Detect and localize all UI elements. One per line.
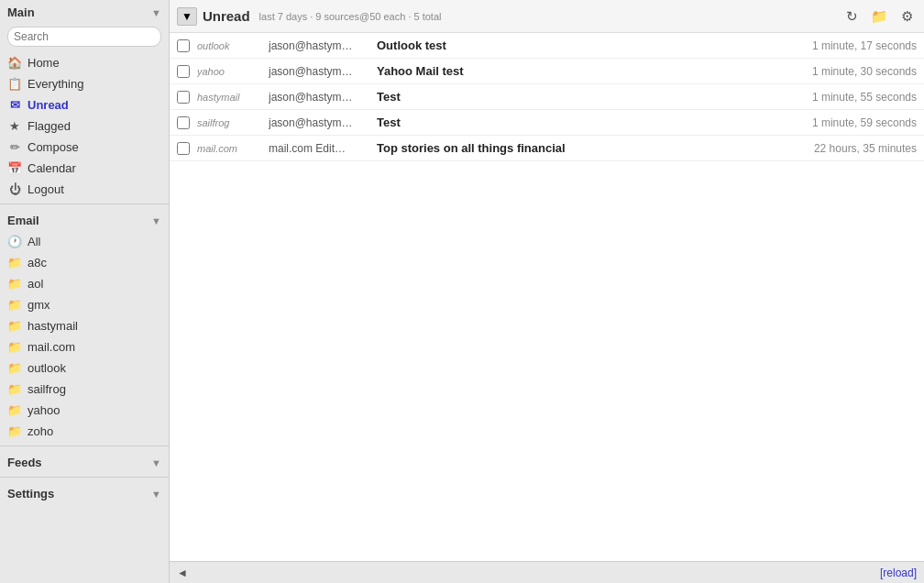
- sidebar-item-a8c-label: a8c: [28, 256, 47, 270]
- page-title: Unread: [203, 8, 250, 24]
- email-time-3: 1 minute, 59 seconds: [812, 116, 917, 129]
- topbar: ▼ Unread last 7 days · 9 sources@50 each…: [170, 0, 924, 33]
- sidebar-item-calendar[interactable]: 📅 Calendar: [0, 158, 169, 179]
- table-row[interactable]: yahoo jason@hastym… Yahoo Mail test 1 mi…: [170, 59, 924, 84]
- back-arrow-button[interactable]: ◄: [177, 566, 188, 579]
- sidebar-item-yahoo-label: yahoo: [28, 403, 60, 417]
- sidebar-item-zoho[interactable]: 📁 zoho: [0, 421, 169, 442]
- sailfrog-folder-icon: 📁: [7, 382, 22, 396]
- sidebar-item-mailcom[interactable]: 📁 mail.com: [0, 336, 169, 358]
- email-from-4: mail.com Edit…: [269, 142, 369, 155]
- calendar-icon: 📅: [7, 161, 22, 175]
- sidebar-item-unread-label: Unread: [28, 98, 69, 112]
- flagged-icon: ★: [7, 119, 22, 133]
- sidebar-item-home-label: Home: [28, 56, 60, 70]
- table-row[interactable]: mail.com mail.com Edit… Top stories on a…: [170, 136, 924, 161]
- main-section-arrow: ▼: [151, 7, 161, 18]
- folder-icon[interactable]: 📁: [867, 6, 892, 27]
- sidebar-item-all-label: All: [28, 235, 40, 248]
- view-dropdown-button[interactable]: ▼: [177, 7, 197, 26]
- sidebar-item-logout-label: Logout: [28, 182, 64, 196]
- sidebar-item-compose-label: Compose: [28, 140, 79, 154]
- logout-icon: ⏻: [7, 182, 22, 196]
- home-icon: 🏠: [7, 56, 22, 70]
- sidebar-item-logout[interactable]: ⏻ Logout: [0, 179, 169, 200]
- zoho-folder-icon: 📁: [7, 424, 22, 438]
- email-checkbox-4[interactable]: [177, 142, 190, 155]
- email-source-1: yahoo: [197, 66, 261, 77]
- email-time-4: 22 hours, 35 minutes: [814, 142, 917, 155]
- feeds-section-label: Feeds: [7, 456, 42, 469]
- email-source-3: sailfrog: [197, 117, 261, 128]
- mailcom-folder-icon: 📁: [7, 340, 22, 354]
- sidebar-item-a8c[interactable]: 📁 a8c: [0, 252, 169, 273]
- email-checkbox-1[interactable]: [177, 65, 190, 78]
- sidebar-item-sailfrog-label: sailfrog: [28, 382, 66, 396]
- sidebar-item-home[interactable]: 🏠 Home: [0, 52, 169, 73]
- email-section-arrow: ▼: [151, 215, 161, 226]
- email-subject-2: Test: [377, 90, 805, 104]
- sidebar-item-aol[interactable]: 📁 aol: [0, 273, 169, 294]
- sidebar-item-everything[interactable]: 📋 Everything: [0, 73, 169, 94]
- email-time-0: 1 minute, 17 seconds: [812, 39, 917, 52]
- refresh-icon[interactable]: ↻: [842, 6, 862, 27]
- email-source-2: hastymail: [197, 92, 261, 103]
- email-time-1: 1 minute, 30 seconds: [812, 65, 917, 78]
- gmx-folder-icon: 📁: [7, 298, 22, 312]
- settings-section-header[interactable]: Settings ▼: [0, 481, 169, 504]
- email-source-4: mail.com: [197, 143, 261, 154]
- sidebar-item-mailcom-label: mail.com: [28, 340, 75, 354]
- email-checkbox-2[interactable]: [177, 91, 190, 104]
- divider-1: [0, 204, 169, 204]
- table-row[interactable]: outlook jason@hastym… Outlook test 1 min…: [170, 33, 924, 59]
- all-icon: 🕐: [7, 235, 22, 248]
- email-list: outlook jason@hastym… Outlook test 1 min…: [170, 33, 924, 561]
- email-subject-0: Outlook test: [377, 38, 805, 52]
- sidebar-item-gmx[interactable]: 📁 gmx: [0, 294, 169, 315]
- email-checkbox-0[interactable]: [177, 39, 190, 52]
- sidebar-item-compose[interactable]: ✏ Compose: [0, 137, 169, 158]
- everything-icon: 📋: [7, 77, 22, 91]
- email-subject-1: Yahoo Mail test: [377, 64, 805, 78]
- sidebar-item-hastymail[interactable]: 📁 hastymail: [0, 315, 169, 336]
- sidebar-item-all[interactable]: 🕐 All: [0, 231, 169, 252]
- topbar-subtitle: last 7 days · 9 sources@50 each · 5 tota…: [259, 11, 442, 22]
- outlook-folder-icon: 📁: [7, 361, 22, 375]
- sidebar-item-outlook[interactable]: 📁 outlook: [0, 358, 169, 379]
- a8c-folder-icon: 📁: [7, 256, 22, 270]
- email-section-header[interactable]: Email ▼: [0, 208, 169, 231]
- hastymail-folder-icon: 📁: [7, 319, 22, 333]
- main-section-header[interactable]: Main ▼: [0, 0, 169, 23]
- search-box: [0, 23, 169, 50]
- sidebar-item-aol-label: aol: [28, 277, 43, 291]
- table-row[interactable]: hastymail jason@hastym… Test 1 minute, 5…: [170, 84, 924, 110]
- settings-icon[interactable]: ⚙: [897, 6, 917, 27]
- email-source-0: outlook: [197, 40, 261, 51]
- table-row[interactable]: sailfrog jason@hastym… Test 1 minute, 59…: [170, 110, 924, 136]
- sidebar: Main ▼ 🏠 Home 📋 Everything ✉ Unread ★ Fl…: [0, 0, 170, 583]
- sidebar-item-yahoo[interactable]: 📁 yahoo: [0, 400, 169, 421]
- email-subject-4: Top stories on all things financial: [377, 141, 807, 155]
- sidebar-item-gmx-label: gmx: [28, 298, 50, 312]
- email-from-2: jason@hastym…: [269, 91, 369, 104]
- email-from-3: jason@hastym…: [269, 116, 369, 129]
- reload-link[interactable]: [reload]: [880, 566, 917, 579]
- email-section-label: Email: [7, 214, 39, 227]
- sidebar-item-everything-label: Everything: [28, 77, 83, 91]
- email-time-2: 1 minute, 55 seconds: [812, 91, 917, 104]
- main-content: ▼ Unread last 7 days · 9 sources@50 each…: [170, 0, 924, 583]
- aol-folder-icon: 📁: [7, 277, 22, 291]
- bottombar: ◄ [reload]: [170, 561, 924, 583]
- divider-3: [0, 477, 169, 478]
- feeds-section-header[interactable]: Feeds ▼: [0, 450, 169, 473]
- email-subject-3: Test: [377, 116, 805, 129]
- sidebar-item-hastymail-label: hastymail: [28, 319, 78, 333]
- sidebar-item-unread[interactable]: ✉ Unread: [0, 94, 169, 116]
- email-from-0: jason@hastym…: [269, 39, 369, 52]
- email-checkbox-3[interactable]: [177, 116, 190, 129]
- sidebar-item-sailfrog[interactable]: 📁 sailfrog: [0, 379, 169, 400]
- divider-2: [0, 446, 169, 446]
- search-input[interactable]: [7, 27, 161, 47]
- main-section-label: Main: [7, 6, 35, 19]
- sidebar-item-flagged[interactable]: ★ Flagged: [0, 116, 169, 137]
